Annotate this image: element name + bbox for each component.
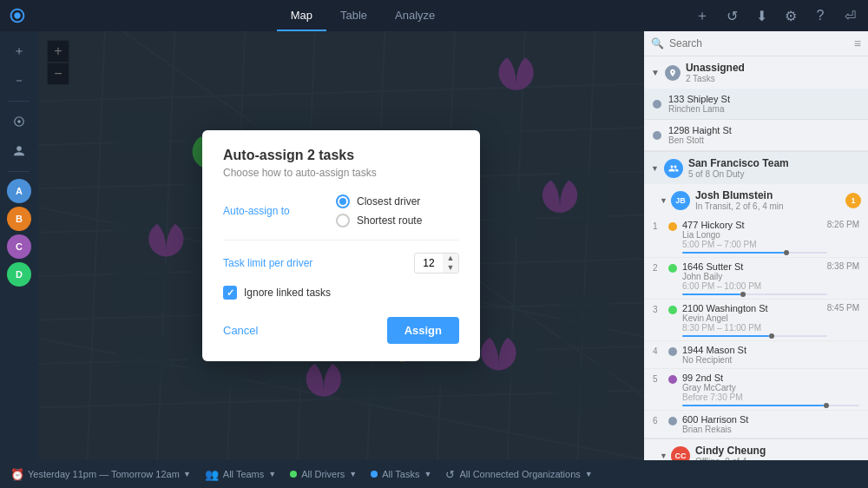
task-item-1298-haight[interactable]: 1298 Haight St Ben Stott: [644, 120, 868, 151]
route-item-1944-mason[interactable]: 4 1944 Mason St No Recipient: [644, 341, 868, 369]
sidebar-layers[interactable]: [6, 109, 32, 135]
time-range-item[interactable]: ⏰ Yesterday 11pm — Tomorrow 12am ▼: [10, 468, 191, 481]
auto-assign-label: Auto-assign to: [223, 205, 336, 217]
route-item-1646-sutter[interactable]: 2 1646 Sutter St John Baily 6:00 PM – 10…: [644, 258, 868, 300]
route-slider-fill: [682, 293, 740, 295]
download-icon[interactable]: ⬇: [750, 4, 773, 27]
all-drivers-item[interactable]: All Drivers ▼: [290, 469, 357, 479]
tab-analyze[interactable]: Analyze: [381, 0, 449, 31]
team-info: San Francisco Team 5 of 8 On Duty: [688, 157, 861, 179]
task-dot: [653, 100, 661, 109]
driver-josh-header[interactable]: ▼ JB Josh Blumstein In Transit, 2 of 6, …: [644, 184, 868, 216]
bottom-bar: ⏰ Yesterday 11pm — Tomorrow 12am ▼ 👥 All…: [0, 460, 868, 488]
route-slider: [682, 252, 827, 254]
user-avatar-4[interactable]: D: [7, 262, 31, 287]
task-limit-row: Task limit per driver ▲ ▼: [223, 253, 459, 274]
tab-table[interactable]: Table: [326, 0, 381, 31]
logout-icon[interactable]: ⏎: [838, 4, 861, 27]
sidebar-zoom-out[interactable]: －: [6, 68, 32, 94]
right-panel: 🔍 ≡ ▼ Unassigned 2 Tasks 133 Shipley: [644, 31, 868, 460]
closest-driver-label: Closest driver: [357, 195, 420, 208]
route-item-477-hickory[interactable]: 1 477 Hickory St Lia Longo 5:00 PM – 7:0…: [644, 216, 868, 258]
user-avatar-3[interactable]: C: [7, 234, 31, 259]
route-time-range: Before 7:30 PM: [682, 392, 859, 402]
route-info: 600 Harrison St Brian Rekais: [682, 414, 859, 434]
route-item-600-harrison[interactable]: 6 600 Harrison St Brian Rekais: [644, 411, 868, 439]
route-time-range: 6:00 PM – 10:00 PM: [682, 281, 827, 291]
route-item-99-2nd[interactable]: 5 99 2nd St Gray McCarty Before 7:30 PM: [644, 369, 868, 411]
add-button[interactable]: ＋: [691, 4, 713, 27]
task-person: Rinchen Lama: [668, 104, 859, 114]
driver-info: Josh Blumstein In Transit, 2 of 6, 4 min: [695, 189, 845, 211]
drivers-chevron: ▼: [349, 470, 357, 478]
orgs-chevron: ▼: [585, 470, 593, 478]
user-avatar-2[interactable]: B: [7, 207, 31, 231]
all-tasks-item[interactable]: All Tasks ▼: [371, 469, 431, 479]
driver-cindy-info: Cindy Cheung Offline, 0 of 4: [695, 445, 861, 460]
history-icon[interactable]: ↺: [720, 4, 743, 27]
route-info: 1646 Sutter St John Baily 6:00 PM – 10:0…: [682, 261, 827, 295]
map-area[interactable]: + − Auto-assign 2 tasks Choose how to au…: [38, 31, 644, 460]
shortest-route-option[interactable]: Shortest route: [336, 214, 422, 228]
drivers-label: All Drivers: [301, 469, 345, 479]
team-chevron: ▼: [651, 164, 659, 173]
route-dot: [668, 347, 677, 356]
settings-icon[interactable]: ⚙: [779, 4, 802, 27]
assign-button[interactable]: Assign: [387, 317, 459, 344]
cancel-button[interactable]: Cancel: [223, 319, 258, 342]
sidebar-zoom-in[interactable]: ＋: [6, 38, 32, 64]
route-slider-thumb: [824, 403, 829, 408]
route-info: 2100 Washington St Kevin Angel 8:30 PM –…: [682, 303, 827, 337]
task-person: Ben Stott: [668, 135, 859, 145]
route-dot: [668, 264, 677, 273]
drivers-dot: [290, 471, 297, 478]
sf-team-header[interactable]: ▼ San Francisco Team 5 of 8 On Duty: [644, 151, 868, 184]
route-person: Gray McCarty: [682, 383, 859, 392]
sidebar-profile[interactable]: [6, 138, 32, 164]
route-slider-fill: [682, 252, 784, 254]
task-limit-input[interactable]: [415, 254, 443, 272]
unassigned-subtitle: 2 Tasks: [686, 74, 861, 83]
search-input[interactable]: [669, 37, 849, 49]
stepper-up[interactable]: ▲: [443, 254, 458, 263]
tasks-label: All Tasks: [382, 469, 419, 479]
auto-assign-row: Auto-assign to Closest driver Shortest r…: [223, 195, 459, 228]
route-num: 5: [653, 374, 665, 384]
all-teams-item[interactable]: 👥 All Teams ▼: [205, 468, 276, 481]
all-orgs-item[interactable]: ↺ All Connected Organizations ▼: [445, 468, 592, 481]
closest-driver-radio[interactable]: [336, 195, 350, 208]
route-dot: [668, 375, 677, 384]
route-dot: [668, 306, 677, 314]
modal-overlay: Auto-assign 2 tasks Choose how to auto-a…: [38, 31, 644, 460]
closest-driver-option[interactable]: Closest driver: [336, 195, 422, 208]
route-time-val: 8:26 PM: [827, 220, 859, 229]
ignore-linked-row[interactable]: ✓ Ignore linked tasks: [223, 286, 459, 300]
tab-map[interactable]: Map: [277, 0, 326, 31]
route-address: 600 Harrison St: [682, 414, 859, 425]
task-item-133-shipley[interactable]: 133 Shipley St Rinchen Lama: [644, 89, 868, 120]
route-person: Lia Longo: [682, 230, 827, 240]
panel-scroll[interactable]: ▼ Unassigned 2 Tasks 133 Shipley St Rinc…: [644, 56, 868, 460]
shortest-route-radio[interactable]: [336, 214, 350, 228]
search-menu-icon[interactable]: ≡: [854, 36, 861, 50]
task-dot: [653, 131, 661, 140]
driver-cindy-name: Cindy Cheung: [695, 445, 861, 457]
route-num: 1: [653, 221, 665, 231]
main-area: ＋ － A B C D: [0, 31, 868, 460]
route-info: 99 2nd St Gray McCarty Before 7:30 PM: [682, 373, 859, 406]
route-person: Brian Rekais: [682, 425, 859, 434]
assign-options: Closest driver Shortest route: [336, 195, 422, 228]
route-num: 6: [653, 416, 665, 425]
route-address: 99 2nd St: [682, 373, 859, 383]
orgs-label: All Connected Organizations: [459, 469, 580, 479]
unassigned-info: Unassigned 2 Tasks: [686, 62, 861, 83]
ignore-linked-checkbox[interactable]: ✓: [223, 286, 237, 300]
modal-subtitle: Choose how to auto-assign tasks: [223, 167, 459, 179]
stepper-down[interactable]: ▼: [443, 263, 458, 273]
route-item-2100-washington[interactable]: 3 2100 Washington St Kevin Angel 8:30 PM…: [644, 300, 868, 341]
route-time-val: 8:45 PM: [827, 303, 859, 313]
driver-cindy-header[interactable]: ▼ CC Cindy Cheung Offline, 0 of 4: [644, 439, 868, 460]
unassigned-section-header[interactable]: ▼ Unassigned 2 Tasks: [644, 56, 868, 89]
user-avatar-1[interactable]: A: [7, 179, 31, 203]
help-icon[interactable]: ?: [809, 4, 832, 27]
